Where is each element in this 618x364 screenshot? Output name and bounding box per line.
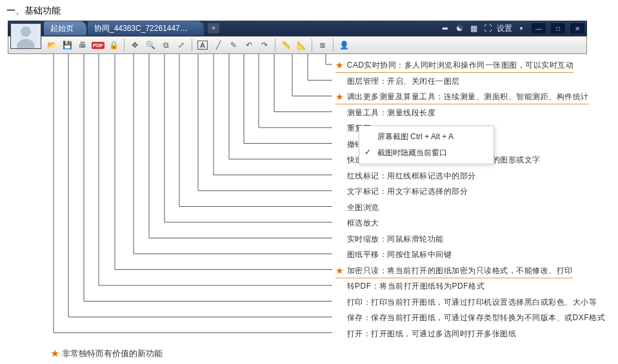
callout-entry: ★打印：打印当前打开图纸，可通过打印机设置选择黑白或彩色、大小等 xyxy=(335,296,597,308)
menu-screenshot[interactable]: 屏幕截图 Ctrl + Alt + A xyxy=(359,129,493,145)
context-menu: 屏幕截图 Ctrl + Alt + A 截图时隐藏当前窗口 xyxy=(359,126,494,164)
callout-entry: ★文字标记：用文字标记选择的部分 xyxy=(335,186,468,197)
window-close-button[interactable]: ✕ xyxy=(570,23,584,34)
tab-start[interactable]: 起始页 xyxy=(44,21,86,35)
tab-add-button[interactable]: + xyxy=(208,23,219,34)
callout-entry: ★全图浏览 xyxy=(335,202,379,213)
star-icon: ★ xyxy=(335,265,344,276)
callout-entry: ★加密只读：将当前打开的图纸加密为只读格式，不能修改、打印 xyxy=(335,265,573,278)
collab-icon[interactable]: 👤 xyxy=(337,38,351,52)
fullscreen-icon[interactable]: ⛶ xyxy=(483,23,493,34)
tab-bar: 起始页 协同_44363C_722614477.d... + ➦ ☯ ▦ ⛶ 设… xyxy=(8,21,587,36)
app-window: 起始页 协同_44363C_722614477.d... + ➦ ☯ ▦ ⛶ 设… xyxy=(8,21,587,54)
callout-entry: ★测量工具：测量线段长度 xyxy=(335,107,435,119)
callout-text: 框选放大 xyxy=(347,218,379,227)
wechat-icon[interactable]: ☯ xyxy=(454,23,464,34)
measure-tools-icon[interactable]: 📐 xyxy=(294,38,308,52)
lock-icon[interactable]: 🔒 xyxy=(106,38,121,52)
callout-text: 加密只读：将当前打开的图纸加密为只读格式，不能修改、打印 xyxy=(347,266,573,275)
callout-text: 转PDF：将当前打开图纸转为PDF格式 xyxy=(347,282,485,291)
callout-entry: ★转PDF：将当前打开图纸转为PDF格式 xyxy=(335,280,484,292)
undo-icon[interactable]: ↶ xyxy=(242,38,256,52)
window-min-button[interactable]: — xyxy=(532,23,546,34)
callout-text: 全图浏览 xyxy=(347,203,379,212)
callout-text: 测量工具：测量线段长度 xyxy=(347,108,436,117)
footnote-text: 非常独特而有价值的新功能 xyxy=(62,349,163,358)
line-mark-icon[interactable]: ╱ xyxy=(211,38,225,52)
toolbar-separator xyxy=(192,39,192,52)
star-icon: ★ xyxy=(335,60,344,70)
save-icon[interactable]: 💾 xyxy=(60,38,74,52)
zoom-all-icon[interactable]: ⤢ xyxy=(174,38,188,52)
print-icon[interactable]: 🖶 xyxy=(75,38,90,52)
pan-icon[interactable]: ✥ xyxy=(128,38,142,52)
callout-entry: ★实时缩放：同鼠标滑轮功能 xyxy=(335,233,444,245)
callout-entry: ★保存：保存当前打开图纸，可通过保存类型转换为不同版本、或DXF格式 xyxy=(335,312,605,323)
pencil-icon[interactable]: ✎ xyxy=(226,38,241,52)
callout-text: 图层管理：开启、关闭任一图层 xyxy=(347,77,460,86)
grid-icon[interactable]: ▦ xyxy=(468,23,479,34)
callout-entry: ★打开：打开图纸，可通过多选同时打开多张图纸 xyxy=(335,328,516,340)
window-max-button[interactable]: □ xyxy=(551,23,565,34)
callout-text: 调出更多测量及算量工具：连续测量、测面积、智能测距、构件统计 xyxy=(347,92,589,101)
callout-text: 打印：打印当前打开图纸，可通过打印机设置选择黑白或彩色、大小等 xyxy=(347,298,597,307)
text-mark-icon[interactable]: A xyxy=(195,38,210,52)
callout-text: 红线标记：用红线框标记选中的部分 xyxy=(347,171,476,180)
callout-text: 实时缩放：同鼠标滑轮功能 xyxy=(347,235,444,244)
redo-icon[interactable]: ↷ xyxy=(257,38,272,52)
callout-text: 文字标记：用文字标记选择的部分 xyxy=(347,187,468,196)
tab-document[interactable]: 协同_44363C_722614477.d... xyxy=(88,21,204,35)
toolbar-row: 📂💾🖶PDF🔒✥🔍⧉⤢A╱✎↶↷📏📐≣👤 xyxy=(8,36,587,54)
callout-entry: ★CAD实时协同：多人同时浏览和操作同一张图图，可以实时互动 xyxy=(335,59,573,73)
share-icon[interactable]: ➦ xyxy=(440,23,450,34)
callout-entry: ★框选放大 xyxy=(335,217,379,229)
star-icon: ★ xyxy=(50,348,59,359)
tabbar-right: ➦ ☯ ▦ ⛶ 设置 ▼ — □ ✕ xyxy=(440,21,584,36)
measure-icon[interactable]: 📏 xyxy=(279,38,293,52)
callout-text: 打开：打开图纸，可通过多选同时打开多张图纸 xyxy=(347,329,517,338)
zoom-realtime-icon[interactable]: 🔍 xyxy=(143,38,157,52)
callout-text: 图纸平移：同按住鼠标中间键 xyxy=(347,250,452,259)
toolbar-separator xyxy=(124,39,125,52)
callout-text: CAD实时协同：多人同时浏览和操作同一张图图，可以实时互动 xyxy=(347,61,574,70)
star-icon: ★ xyxy=(335,91,344,102)
page-heading: 一、基础功能 xyxy=(6,5,61,17)
toolbar-separator xyxy=(275,39,275,52)
layers-icon[interactable]: ≣ xyxy=(315,38,330,52)
callout-entry: ★红线标记：用红线框标记选中的部分 xyxy=(335,170,476,182)
callout-text: 保存：保存当前打开图纸，可通过保存类型转换为不同版本、或DXF格式 xyxy=(347,313,606,322)
menu-hide-window[interactable]: 截图时隐藏当前窗口 xyxy=(359,145,493,161)
pdf-icon[interactable]: PDF xyxy=(91,38,105,52)
open-icon[interactable]: 📂 xyxy=(45,38,59,52)
toolbar-separator xyxy=(312,39,312,52)
settings-caret-icon[interactable]: ▼ xyxy=(516,23,526,34)
callout-entry: ★调出更多测量及算量工具：连续测量、测面积、智能测距、构件统计 xyxy=(335,91,589,104)
callout-entry: ★图层管理：开启、关闭任一图层 xyxy=(335,75,460,87)
callout-entry: ★图纸平移：同按住鼠标中间键 xyxy=(335,249,452,260)
settings-label[interactable]: 设置 xyxy=(497,23,512,34)
footnote: ★非常独特而有价值的新功能 xyxy=(50,347,163,359)
toolbar-separator xyxy=(333,39,334,52)
zoom-window-icon[interactable]: ⧉ xyxy=(159,38,173,52)
avatar[interactable] xyxy=(10,23,41,49)
